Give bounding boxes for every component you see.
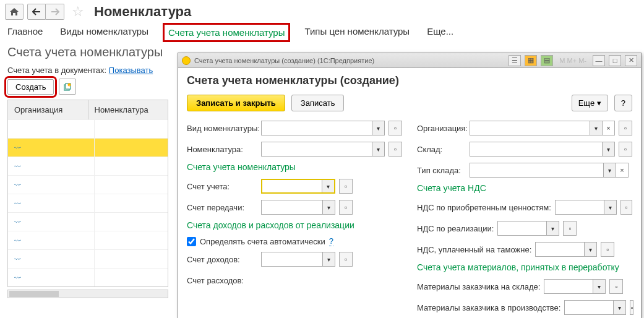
title-btn-cal[interactable]: ▤ <box>541 55 553 66</box>
mat-wh-combo[interactable]: ▾ <box>544 279 606 294</box>
dropdown-icon[interactable]: ▾ <box>546 221 559 235</box>
dialog-heading: Счета учета номенклатуры (создание) <box>187 74 632 87</box>
open-button[interactable]: ▫ <box>601 242 614 257</box>
label-nom-type: Вид номенклатуры: <box>187 124 261 133</box>
open-button[interactable]: ▫ <box>620 200 632 215</box>
dropdown-icon[interactable]: ▾ <box>613 301 625 314</box>
label-expense: Счет расходов: <box>187 276 261 285</box>
open-button[interactable]: ▫ <box>389 142 402 157</box>
title-btn-max[interactable]: □ <box>609 55 621 66</box>
grid-row[interactable]: 〰 <box>8 194 168 212</box>
more-button[interactable]: Еще ▾ <box>572 95 608 111</box>
dropdown-icon[interactable]: ▾ <box>590 121 602 135</box>
label-org: Организация: <box>417 124 470 133</box>
income-combo[interactable]: ▾ <box>261 252 335 267</box>
open-button[interactable]: ▫ <box>563 221 577 236</box>
tab-accounts[interactable]: Счета учета номенклатуры <box>166 26 287 39</box>
open-button[interactable]: ▫ <box>609 279 623 294</box>
forward-button[interactable] <box>46 4 64 20</box>
help-link[interactable]: ? <box>329 236 333 246</box>
label-vat-real: НДС по реализации: <box>417 224 494 233</box>
label-wh-type: Тип склада: <box>417 166 470 175</box>
title-btn-calc[interactable]: ▦ <box>525 55 537 66</box>
dropdown-icon[interactable]: ▾ <box>603 163 616 177</box>
mat-prod-combo[interactable]: ▾ <box>564 300 626 315</box>
tab-main[interactable]: Главное <box>7 26 43 39</box>
open-button[interactable]: ▫ <box>619 142 632 157</box>
section-vat-heading: Счета учета НДС <box>417 183 632 193</box>
account-combo[interactable]: ▾ <box>261 179 335 194</box>
help-button[interactable]: ? <box>614 95 632 111</box>
title-btn-close[interactable]: ✕ <box>625 55 637 66</box>
dropdown-icon[interactable]: ▾ <box>322 252 335 266</box>
home-button[interactable] <box>5 4 24 20</box>
grid-col-org[interactable]: Организация <box>8 100 88 119</box>
label-vat-customs: НДС, уплаченный на таможне: <box>417 245 531 254</box>
grid-row[interactable]: 〰 <box>8 268 168 286</box>
title-btn-min[interactable]: — <box>593 55 605 66</box>
grid-hscroll[interactable] <box>7 290 168 298</box>
open-button[interactable]: ▫ <box>339 252 353 267</box>
show-accounts-link[interactable]: Показывать <box>109 66 153 75</box>
grid-row[interactable]: 〰 <box>8 249 168 268</box>
page-title: Номенклатура <box>94 4 191 20</box>
open-button[interactable]: ▫ <box>339 179 353 194</box>
dropdown-icon[interactable]: ▾ <box>584 243 596 256</box>
auto-check-label: Определять счета автоматически <box>200 237 325 246</box>
label-warehouse: Склад: <box>417 145 470 154</box>
dropdown-icon[interactable]: ▾ <box>322 180 334 192</box>
grid-col-nom[interactable]: Номенклатура <box>88 100 168 119</box>
dialog-title: Счета учета номенклатуры (создание) (1С:… <box>194 57 505 64</box>
transfer-combo[interactable]: ▾ <box>261 200 335 215</box>
title-btn-1[interactable]: ☰ <box>509 55 521 66</box>
tab-price-types[interactable]: Типы цен номенклатуры <box>304 26 410 39</box>
grid-row-selected[interactable]: 〰 <box>8 138 168 157</box>
tab-types[interactable]: Виды номенклатуры <box>60 26 148 39</box>
accounts-grid[interactable]: Организация Номенклатура 〰 〰 〰 〰 〰 〰 〰 〰 <box>7 100 168 287</box>
create-button[interactable]: Создать <box>7 79 54 95</box>
copy-button[interactable]: + <box>59 79 76 95</box>
tab-more[interactable]: Еще... <box>427 26 453 39</box>
section-income-heading: Счета доходов и расходов от реализации <box>187 220 402 230</box>
vat-real-combo[interactable]: ▾ <box>497 221 559 236</box>
org-combo[interactable]: ▾× <box>470 121 615 135</box>
dropdown-icon[interactable]: ▾ <box>372 142 384 156</box>
label-income: Счет доходов: <box>187 255 261 264</box>
vat-customs-combo[interactable]: ▾ <box>535 242 597 257</box>
grid-row[interactable]: 〰 <box>8 157 168 175</box>
clear-icon[interactable]: × <box>616 163 628 177</box>
save-button[interactable]: Записать <box>291 95 345 111</box>
warehouse-combo[interactable]: ▾ <box>470 142 615 157</box>
vat-acq-combo[interactable]: ▾ <box>555 200 617 215</box>
grid-row[interactable]: 〰 <box>8 231 168 249</box>
auto-checkbox[interactable] <box>187 237 196 246</box>
grid-row[interactable]: 〰 <box>8 175 168 194</box>
open-button[interactable]: ▫ <box>630 300 633 315</box>
create-dialog: Счета учета номенклатуры (создание) (1С:… <box>178 53 642 318</box>
label-mat-prod: Материалы заказчика в производстве: <box>417 303 560 312</box>
label-account: Счет учета: <box>187 182 261 191</box>
row-icon: 〰 <box>14 274 21 281</box>
row-icon: 〰 <box>14 256 21 263</box>
dropdown-icon[interactable]: ▾ <box>604 200 616 214</box>
back-button[interactable] <box>27 4 46 20</box>
open-button[interactable]: ▫ <box>339 200 353 215</box>
app-icon <box>182 56 191 65</box>
dropdown-icon[interactable]: ▾ <box>322 200 335 214</box>
dropdown-icon[interactable]: ▾ <box>593 280 605 293</box>
open-button[interactable]: ▫ <box>619 121 632 135</box>
dropdown-icon[interactable]: ▾ <box>372 121 384 135</box>
wh-type-combo[interactable]: ▾× <box>470 163 629 178</box>
nomenclature-combo[interactable]: ▾ <box>261 142 385 157</box>
nom-type-combo[interactable]: ▾ <box>261 121 385 135</box>
grid-row[interactable]: 〰 <box>8 212 168 231</box>
row-icon: 〰 <box>14 163 21 170</box>
clear-icon[interactable]: × <box>602 121 614 135</box>
open-button[interactable]: ▫ <box>389 121 402 135</box>
favorite-icon[interactable]: ☆ <box>68 4 88 20</box>
label-transfer: Счет передачи: <box>187 203 261 212</box>
row-icon: 〰 <box>14 181 21 189</box>
dropdown-icon[interactable]: ▾ <box>602 142 614 156</box>
row-icon: 〰 <box>14 237 21 244</box>
save-close-button[interactable]: Записать и закрыть <box>187 95 285 111</box>
